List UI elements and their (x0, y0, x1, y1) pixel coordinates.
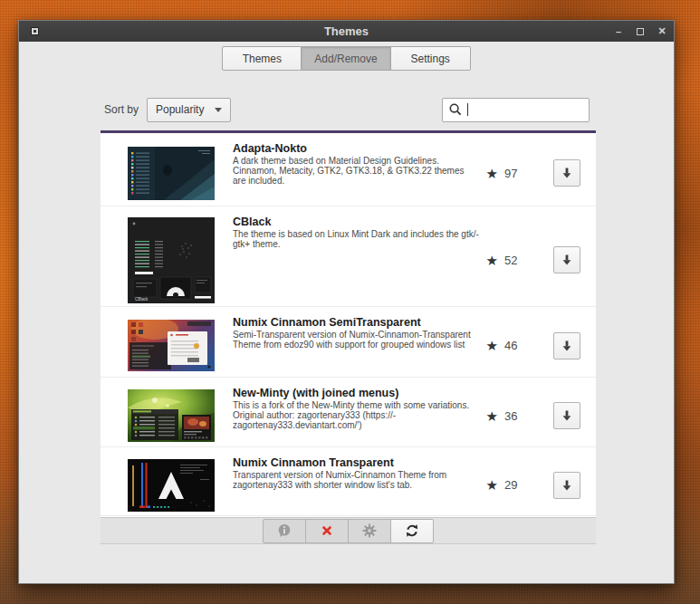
theme-name: Numix Cinnamon SemiTransparent (233, 316, 479, 329)
theme-description: Transparent version of Numix-Cinnamon Th… (233, 471, 479, 491)
theme-list: Adapta-Nokto A dark theme based on Mater… (101, 130, 596, 544)
theme-description: The theme is based on Linux Mint Dark an… (233, 230, 479, 250)
theme-name: CBlack (233, 216, 479, 228)
download-button[interactable] (553, 402, 580, 429)
bottom-toolbar (101, 517, 596, 543)
rating: ★ 36 (486, 409, 521, 423)
titlebar[interactable]: Themes – ✕ (19, 21, 674, 42)
tab-add-remove[interactable]: Add/Remove (302, 46, 390, 71)
download-icon (559, 338, 575, 354)
rating-count: 97 (504, 167, 521, 180)
svg-text:CBlack: CBlack (135, 297, 149, 302)
theme-name: Numix Cinnamon Transparent (233, 456, 479, 469)
tab-themes[interactable]: Themes (222, 46, 302, 71)
theme-list-item[interactable]: CBlack CBlack The theme is based on Linu… (101, 206, 596, 307)
rating-count: 36 (504, 409, 521, 423)
window-title: Themes (19, 21, 674, 42)
rating: ★ 46 (486, 339, 521, 352)
theme-thumbnail: CBlack (128, 217, 215, 303)
theme-list-item[interactable]: Adapta-Nokto A dark theme based on Mater… (101, 133, 596, 206)
theme-list-item[interactable]: Numix Cinnamon SemiTransparent Semi-Tran… (101, 307, 596, 378)
sort-selected-value: Popularity (156, 103, 204, 116)
themes-window: Themes – ✕ Themes Add/Remove Settings So… (18, 20, 675, 584)
search-box[interactable] (442, 98, 590, 122)
chevron-down-icon (215, 108, 222, 112)
star-icon: ★ (486, 167, 498, 180)
rating-count: 52 (504, 254, 521, 267)
theme-thumbnail (128, 459, 215, 512)
maximize-button[interactable] (634, 26, 647, 37)
delete-button[interactable] (305, 519, 349, 543)
download-button[interactable] (553, 472, 580, 499)
star-icon: ★ (486, 339, 498, 352)
refresh-button[interactable] (390, 519, 434, 543)
minimize-button[interactable]: – (612, 26, 625, 37)
theme-list-item[interactable]: New-Minty (with joined menus) This is a … (101, 378, 596, 447)
rating-count: 29 (504, 478, 521, 492)
rating: ★ 97 (486, 167, 521, 180)
star-icon: ★ (486, 254, 498, 267)
download-button[interactable] (553, 332, 580, 360)
close-button[interactable]: ✕ (656, 25, 668, 37)
star-icon: ★ (486, 409, 498, 423)
tab-settings[interactable]: Settings (391, 46, 471, 71)
settings-button (348, 519, 391, 543)
info-icon (276, 523, 292, 539)
theme-description: This is a fork of the New-Minty theme wi… (233, 401, 479, 430)
sort-by-label: Sort by (104, 103, 139, 116)
rating-count: 46 (504, 339, 521, 352)
rating: ★ 52 (486, 254, 521, 267)
sort-dropdown[interactable]: Popularity (147, 98, 231, 122)
delete-icon (319, 523, 335, 539)
refresh-icon (404, 523, 420, 539)
tab-bar: Themes Add/Remove Settings (19, 46, 674, 71)
theme-thumbnail (128, 147, 215, 200)
theme-description: Semi-Transparent version of Numix-Cinnam… (233, 331, 479, 350)
search-input[interactable] (468, 103, 583, 116)
search-icon (448, 102, 463, 117)
maximize-icon (637, 28, 644, 35)
download-icon (559, 252, 575, 268)
rating: ★ 29 (486, 478, 521, 492)
gear-icon (361, 523, 378, 539)
download-icon (559, 477, 575, 494)
download-button[interactable] (553, 246, 580, 273)
theme-name: New-Minty (with joined menus) (233, 387, 479, 399)
download-icon (559, 407, 575, 424)
theme-description: A dark theme based on Material Design Gu… (233, 157, 479, 186)
star-icon: ★ (486, 478, 498, 492)
download-button[interactable] (553, 159, 580, 187)
theme-thumbnail (128, 320, 215, 371)
theme-name: Adapta-Nokto (233, 142, 479, 155)
theme-list-item[interactable]: Numix Cinnamon Transparent Transparent v… (101, 447, 596, 516)
theme-thumbnail (128, 389, 215, 442)
info-button (263, 519, 306, 543)
download-icon (559, 165, 575, 181)
window-menu-icon[interactable] (31, 27, 39, 35)
